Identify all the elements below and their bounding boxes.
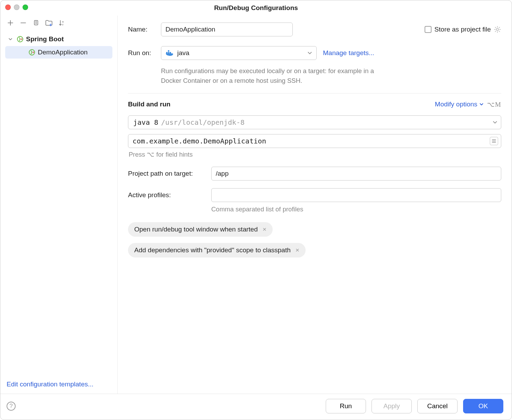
edit-templates-link[interactable]: Edit configuration templates... bbox=[7, 380, 93, 388]
spring-boot-icon bbox=[28, 49, 36, 56]
svg-rect-8 bbox=[170, 52, 171, 53]
chevron-down-icon bbox=[493, 120, 497, 125]
main-class-input[interactable]: com.example.demo.DemoApplication bbox=[128, 134, 501, 148]
name-label: Name: bbox=[128, 26, 161, 33]
sort-icon[interactable]: az bbox=[58, 19, 66, 27]
modify-options-link[interactable]: Modify options bbox=[435, 100, 484, 108]
folder-add-icon[interactable] bbox=[45, 19, 53, 27]
active-profiles-label: Active profiles: bbox=[128, 191, 211, 199]
option-pill-tool-window: Open run/debug tool window when started … bbox=[128, 222, 273, 237]
profiles-hint: Comma separated list of profiles bbox=[211, 205, 501, 213]
pill-label: Open run/debug tool window when started bbox=[134, 226, 258, 233]
modify-options-shortcut: ⌥M bbox=[487, 100, 501, 108]
svg-text:z: z bbox=[62, 23, 63, 26]
add-icon[interactable] bbox=[7, 19, 14, 27]
svg-point-5 bbox=[496, 28, 498, 30]
svg-rect-6 bbox=[166, 52, 168, 53]
window-title: Run/Debug Configurations bbox=[214, 4, 298, 12]
copy-icon[interactable] bbox=[32, 19, 40, 27]
apply-button[interactable]: Apply bbox=[372, 399, 412, 413]
runon-value: java bbox=[177, 49, 189, 57]
remove-icon[interactable] bbox=[19, 19, 27, 27]
docker-icon bbox=[165, 50, 174, 56]
active-profiles-input[interactable] bbox=[211, 188, 501, 202]
store-checkbox[interactable] bbox=[425, 26, 432, 33]
build-run-title: Build and run bbox=[128, 100, 170, 108]
divider bbox=[128, 93, 501, 94]
runon-label: Run on: bbox=[128, 49, 161, 57]
window-minimize[interactable] bbox=[14, 5, 19, 10]
main-class-value: com.example.demo.DemoApplication bbox=[133, 137, 266, 145]
jdk-select[interactable]: java 8 /usr/local/openjdk-8 bbox=[128, 115, 501, 129]
bottom-bar: ? Run Apply Cancel OK bbox=[0, 394, 512, 420]
store-label: Store as project file bbox=[434, 26, 491, 33]
jdk-label: java 8 bbox=[133, 118, 158, 126]
tree-item-label: Spring Boot bbox=[26, 35, 64, 43]
tree-item-demo-application[interactable]: DemoApplication bbox=[5, 46, 112, 59]
modify-options-label: Modify options bbox=[435, 100, 478, 108]
jdk-path: /usr/local/openjdk-8 bbox=[161, 118, 245, 126]
svg-rect-9 bbox=[168, 50, 169, 52]
pill-remove-icon[interactable]: × bbox=[261, 226, 268, 233]
run-button[interactable]: Run bbox=[326, 399, 366, 413]
pill-label: Add dependencies with "provided" scope t… bbox=[134, 246, 291, 254]
main-panel: Name: Store as project file Run on: java bbox=[118, 16, 512, 394]
ok-button[interactable]: OK bbox=[463, 399, 503, 413]
option-pill-provided-scope: Add dependencies with "provided" scope t… bbox=[128, 243, 306, 257]
cancel-button[interactable]: Cancel bbox=[417, 399, 458, 413]
svg-rect-7 bbox=[168, 52, 169, 53]
project-path-input[interactable] bbox=[211, 167, 501, 181]
name-input[interactable] bbox=[161, 23, 293, 36]
sidebar: az Spring Boot DemoApplic bbox=[0, 16, 118, 394]
tree-item-spring-boot[interactable]: Spring Boot bbox=[3, 33, 114, 45]
runon-select[interactable]: java bbox=[161, 46, 317, 60]
config-tree: Spring Boot DemoApplication bbox=[0, 32, 117, 376]
window-close[interactable] bbox=[5, 5, 11, 10]
help-icon[interactable]: ? bbox=[7, 402, 16, 411]
field-hint: Press ⌥ for field hints bbox=[129, 151, 501, 158]
tree-item-label: DemoApplication bbox=[38, 49, 88, 56]
manage-targets-link[interactable]: Manage targets... bbox=[323, 49, 374, 57]
window-maximize[interactable] bbox=[23, 5, 28, 10]
pill-remove-icon[interactable]: × bbox=[294, 246, 301, 254]
runon-description: Run configurations may be executed local… bbox=[161, 66, 376, 86]
gear-icon[interactable] bbox=[494, 26, 501, 33]
chevron-down-icon bbox=[307, 51, 312, 55]
project-path-label: Project path on target: bbox=[128, 170, 211, 177]
chevron-down-icon bbox=[7, 37, 14, 41]
titlebar: Run/Debug Configurations bbox=[0, 0, 512, 16]
browse-class-icon[interactable] bbox=[490, 137, 498, 145]
spring-boot-icon bbox=[16, 35, 24, 43]
sidebar-toolbar: az bbox=[0, 16, 117, 32]
